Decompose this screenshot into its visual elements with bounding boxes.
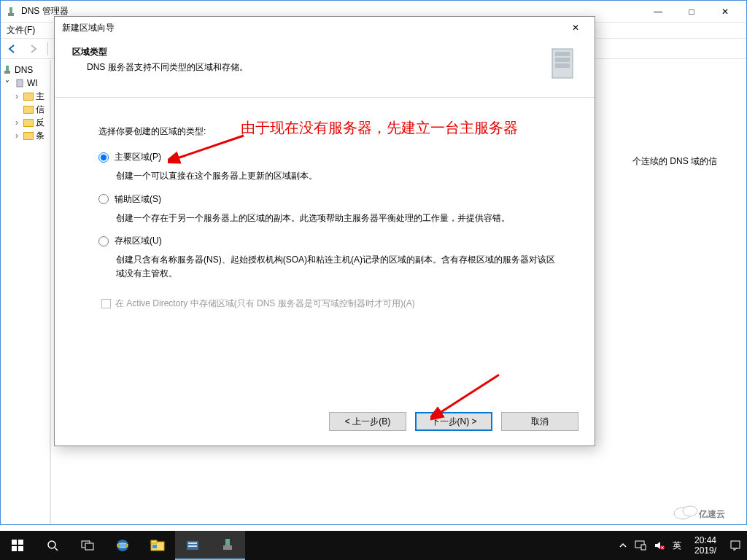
server-illustration-icon (548, 46, 577, 81)
taskbar-server-manager-icon[interactable] (175, 531, 210, 560)
radio-secondary-zone-input[interactable] (98, 194, 109, 204)
stub-zone-description: 创建只含有名称服务器(NS)、起始授权机构(SOA)和粘连主机(A)记录的区域的… (116, 253, 561, 280)
tray-network-icon[interactable] (635, 540, 646, 551)
chevron-right-icon[interactable]: › (15, 117, 21, 128)
tree-folder[interactable]: 信 (2, 103, 48, 116)
chevron-right-icon[interactable]: › (15, 91, 21, 101)
folder-icon (23, 106, 34, 114)
svg-rect-35 (731, 541, 740, 548)
nav-back-button[interactable] (4, 41, 21, 57)
svg-line-17 (55, 548, 58, 551)
dns-app-icon (5, 6, 17, 18)
radio-primary-zone-label: 主要区域(P) (115, 151, 161, 163)
tree-node-server[interactable]: ˅ WI (2, 77, 48, 90)
svg-rect-3 (6, 66, 9, 71)
close-button[interactable]: ✕ (708, 1, 742, 23)
zone-type-prompt: 选择你要创建的区域的类型: (98, 125, 561, 138)
taskbar-ie-icon[interactable] (105, 531, 140, 560)
folder-icon (23, 119, 34, 127)
taskbar-dns-manager-icon[interactable] (210, 531, 245, 560)
tree-root-label: DNS (15, 65, 33, 75)
dialog-title: 新建区域向导 (62, 22, 564, 34)
chevron-right-icon[interactable]: › (15, 131, 21, 141)
svg-rect-5 (17, 79, 23, 87)
expander-icon[interactable]: ˅ (5, 79, 12, 87)
start-button[interactable] (0, 531, 35, 560)
tree-folder-label: 条 (36, 130, 44, 142)
svg-point-16 (48, 541, 55, 548)
svg-rect-15 (18, 546, 23, 551)
svg-rect-24 (152, 545, 157, 548)
svg-rect-7 (555, 52, 570, 56)
dialog-titlebar: 新建区域向导 ✕ (55, 17, 595, 39)
option-secondary-zone: 辅助区域(S) 创建一个存在于另一个服务器上的区域的副本。此选项帮助主服务器平衡… (98, 193, 561, 225)
radio-primary-zone[interactable]: 主要区域(P) (98, 151, 561, 163)
dialog-header-title: 区域类型 (72, 46, 539, 58)
folder-icon (23, 132, 34, 140)
task-view-button[interactable] (70, 531, 105, 560)
new-zone-wizard-dialog: 新建区域向导 ✕ 区域类型 DNS 服务器支持不同类型的区域和存储。 选择你要创… (54, 16, 595, 446)
taskbar: 英 20:44 2019/ (0, 531, 747, 560)
cancel-button[interactable]: 取消 (501, 412, 578, 431)
svg-rect-23 (151, 540, 157, 543)
svg-rect-29 (223, 545, 232, 550)
search-button[interactable] (35, 531, 70, 560)
svg-rect-12 (12, 540, 17, 545)
secondary-zone-description: 创建一个存在于另一个服务器上的区域的副本。此选项帮助主服务器平衡处理的工作量，并… (116, 211, 561, 225)
tree-folder[interactable]: › 条 (2, 129, 48, 142)
tray-time: 20:44 (694, 535, 716, 545)
folder-icon (23, 93, 34, 101)
content-hint-text: 个连续的 DNS 域的信 (632, 155, 717, 168)
tray-volume-icon[interactable] (654, 540, 665, 551)
radio-stub-zone[interactable]: 存根区域(U) (98, 235, 561, 247)
option-stub-zone: 存根区域(U) 创建只含有名称服务器(NS)、起始授权机构(SOA)和粘连主机(… (98, 235, 561, 280)
tree-folder-label: 信 (36, 104, 44, 116)
tray-clock[interactable]: 20:44 2019/ (689, 535, 722, 556)
system-tray: 英 20:44 2019/ (619, 531, 747, 560)
svg-rect-9 (555, 63, 570, 68)
svg-rect-27 (188, 545, 197, 547)
svg-rect-14 (12, 546, 17, 551)
ad-storage-label: 在 Active Directory 中存储区域(只有 DNS 服务器是可写域控… (115, 298, 415, 310)
tray-chevron-up-icon[interactable] (619, 541, 627, 550)
tree-folder-label: 主 (36, 90, 44, 103)
radio-secondary-zone-label: 辅助区域(S) (115, 193, 161, 206)
tree-folder[interactable]: › 主 (2, 90, 48, 103)
tree-folder-label: 反 (36, 117, 44, 129)
dialog-button-row: < 上一步(B) 下一步(N) > 取消 (329, 412, 578, 431)
svg-rect-26 (188, 542, 197, 544)
dns-server-icon (2, 65, 12, 75)
dialog-body: 选择你要创建的区域的类型: 主要区域(P) 创建一个可以直接在这个服务器上更新的… (55, 98, 595, 317)
window-buttons: — □ ✕ (641, 1, 742, 23)
minimize-button[interactable]: — (641, 1, 675, 23)
dialog-header-subtitle: DNS 服务器支持不同类型的区域和存储。 (72, 61, 539, 74)
svg-rect-8 (555, 58, 570, 62)
toolbar-separator (47, 42, 48, 55)
tray-ime-indicator[interactable]: 英 (673, 540, 681, 552)
next-button[interactable]: 下一步(N) > (415, 412, 492, 431)
tree-folder[interactable]: › 反 (2, 116, 48, 129)
radio-primary-zone-input[interactable] (98, 152, 109, 163)
svg-rect-31 (641, 545, 646, 550)
dialog-close-button[interactable]: ✕ (564, 18, 587, 37)
ad-storage-checkbox (101, 299, 111, 308)
nav-forward-button[interactable] (24, 41, 42, 57)
back-button[interactable]: < 上一步(B) (329, 412, 406, 431)
svg-rect-4 (4, 71, 10, 74)
maximize-button[interactable]: □ (675, 1, 708, 23)
menu-file[interactable]: 文件(F) (7, 25, 35, 35)
primary-zone-description: 创建一个可以直接在这个服务器上更新的区域副本。 (116, 169, 561, 183)
svg-rect-28 (225, 539, 230, 545)
tree-root-dns[interactable]: DNS (2, 63, 48, 77)
tray-notifications-icon[interactable] (729, 540, 741, 551)
svg-rect-1 (8, 13, 14, 16)
tray-date: 2019/ (694, 545, 716, 556)
server-icon (15, 78, 25, 88)
taskbar-explorer-icon[interactable] (140, 531, 175, 560)
radio-stub-zone-label: 存根区域(U) (115, 235, 162, 247)
dialog-header: 区域类型 DNS 服务器支持不同类型的区域和存储。 (55, 39, 595, 98)
svg-rect-13 (18, 540, 23, 545)
radio-stub-zone-input[interactable] (98, 236, 109, 246)
radio-secondary-zone[interactable]: 辅助区域(S) (98, 193, 561, 206)
tree-node-label: WI (27, 78, 38, 88)
